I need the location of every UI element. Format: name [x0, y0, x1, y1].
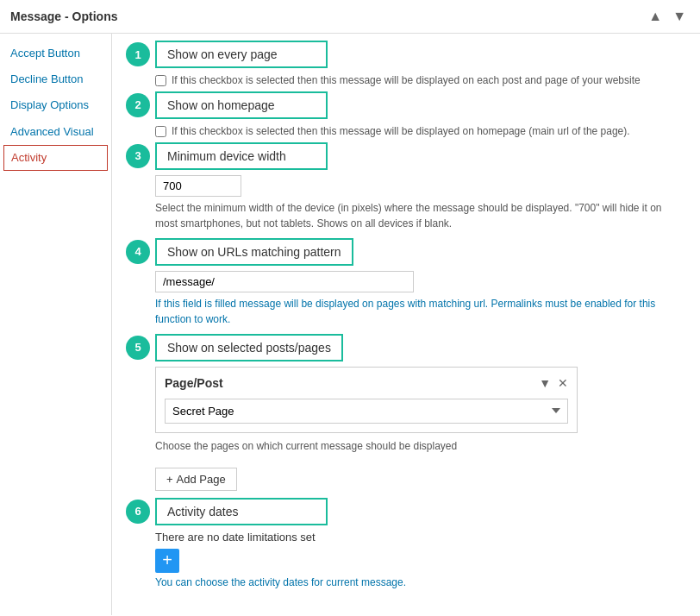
- section-2-checkbox-row: If this checkbox is selected then this m…: [155, 124, 686, 139]
- step-badge-3: 3: [126, 144, 150, 168]
- section-3-label: Minimum device width: [155, 142, 328, 170]
- section-5-label: Show on selected posts/pages: [155, 334, 343, 361]
- min-width-input-row: [155, 175, 686, 197]
- show-every-page-checkbox[interactable]: [155, 75, 166, 86]
- post-box-close-icon[interactable]: ✕: [558, 376, 568, 390]
- header-controls: ▲ ▼: [645, 7, 690, 26]
- sidebar-item-advanced-visual[interactable]: Advanced Visual: [0, 119, 111, 145]
- section-6-row: 6 Activity dates: [126, 498, 686, 525]
- show-every-page-text: If this checkbox is selected then this m…: [172, 73, 641, 88]
- add-page-label: Add Page: [177, 473, 226, 486]
- step-badge-2: 2: [126, 93, 150, 117]
- show-homepage-text: If this checkbox is selected then this m…: [172, 124, 630, 139]
- section-3-row: 3 Minimum device width: [126, 142, 686, 170]
- section-1-row: 1 Show on every page: [126, 41, 686, 68]
- section-1-label: Show on every page: [155, 41, 328, 68]
- sidebar-item-decline-button[interactable]: Decline Button: [0, 66, 111, 92]
- min-width-help: Select the minimum width of the device (…: [155, 200, 686, 231]
- add-date-button[interactable]: +: [155, 549, 179, 573]
- section-4-row: 4 Show on URLs matching pattern: [126, 238, 686, 266]
- page-header: Message - Options ▲ ▼: [0, 0, 700, 34]
- min-width-input[interactable]: [155, 175, 241, 197]
- step-badge-6: 6: [126, 500, 150, 524]
- collapse-down-button[interactable]: ▼: [669, 7, 690, 26]
- add-page-icon: +: [166, 473, 173, 486]
- sidebar-item-accept-button[interactable]: Accept Button: [0, 41, 111, 66]
- step-badge-1: 1: [126, 42, 150, 66]
- post-box-dropdown-icon[interactable]: ▼: [539, 376, 551, 390]
- content-area: 1 Show on every page If this checkbox is…: [112, 34, 700, 615]
- section-4-label: Show on URLs matching pattern: [155, 238, 353, 266]
- post-box: Page/Post ▼ ✕ Secret Page: [155, 367, 578, 433]
- plus-icon: +: [162, 550, 172, 570]
- activity-dates-help: You can choose the activity dates for cu…: [155, 576, 686, 588]
- page-title: Message - Options: [10, 9, 117, 23]
- post-box-header: Page/Post ▼ ✕: [165, 376, 568, 390]
- section-6-label: Activity dates: [155, 498, 328, 525]
- sidebar-item-activity[interactable]: Activity: [3, 145, 108, 171]
- post-box-controls: ▼ ✕: [539, 376, 568, 390]
- section-1-checkbox-row: If this checkbox is selected then this m…: [155, 73, 686, 88]
- no-dates-text: There are no date limitations set: [155, 531, 686, 544]
- step-badge-4: 4: [126, 240, 150, 264]
- section-2-label: Show on homepage: [155, 91, 328, 119]
- url-pattern-help: If this field is filled message will be …: [155, 296, 686, 327]
- section-5-row: 5 Show on selected posts/pages: [126, 334, 686, 361]
- section-2-row: 2 Show on homepage: [126, 91, 686, 119]
- post-box-select-row: Secret Page: [165, 399, 568, 424]
- sidebar-item-display-options[interactable]: Display Options: [0, 92, 111, 118]
- post-box-title: Page/Post: [165, 376, 223, 390]
- step-badge-5: 5: [126, 336, 150, 360]
- add-page-button[interactable]: + Add Page: [155, 468, 237, 491]
- url-pattern-input-row: [155, 271, 686, 292]
- url-pattern-input[interactable]: [155, 271, 414, 292]
- post-box-help: Choose the pages on which current messag…: [155, 438, 686, 454]
- sidebar: Accept Button Decline Button Display Opt…: [0, 34, 112, 615]
- main-layout: Accept Button Decline Button Display Opt…: [0, 34, 700, 615]
- collapse-up-button[interactable]: ▲: [645, 7, 666, 26]
- show-homepage-checkbox[interactable]: [155, 126, 166, 137]
- post-page-select[interactable]: Secret Page: [165, 399, 568, 424]
